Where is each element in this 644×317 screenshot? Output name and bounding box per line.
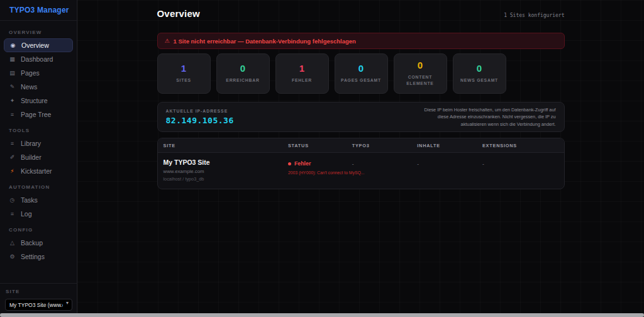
site-name: My TYPO3 Site xyxy=(164,158,288,166)
sidebar-item-label: Settings xyxy=(21,253,45,260)
bolt-icon: ⚡ xyxy=(9,168,16,174)
site-picker: SITE My TYPO3 Site (www.exam ▾ xyxy=(0,283,77,317)
sidebar-item-overview[interactable]: ◉ Overview xyxy=(4,38,73,52)
clock-icon: ◷ xyxy=(9,197,16,203)
stat-card-erreichbar: 0 ERREICHBAR xyxy=(216,53,270,94)
column-header-typo3: TYPO3 xyxy=(352,143,418,148)
stat-label: CONTENT ELEMENTE xyxy=(398,74,442,87)
table-body: My TYPO3 Site www.example.com localhost … xyxy=(158,153,564,189)
column-header-site: SITE xyxy=(164,143,288,148)
ip-label: AKTUELLE IP-ADRESSE xyxy=(166,109,234,113)
sidebar-item-log[interactable]: ≡ Log xyxy=(4,207,73,221)
site-cell: My TYPO3 Site www.example.com localhost … xyxy=(164,158,288,182)
stat-card-news-gesamt: 0 NEWS GESAMT xyxy=(453,53,506,94)
stat-label: NEWS GESAMT xyxy=(460,77,498,84)
stat-value: 0 xyxy=(477,64,482,73)
sidebar-section-label: CONFIG xyxy=(9,227,68,233)
sidebar-item-settings[interactable]: ⚙ Settings xyxy=(4,250,73,264)
stat-label: FEHLER xyxy=(292,77,312,84)
stat-card-fehler: 1 FEHLER xyxy=(275,53,329,94)
sidebar-section-label: OVERVIEW xyxy=(9,30,68,35)
dashboard-icon: ▦ xyxy=(9,56,16,62)
site-domain: www.example.com xyxy=(164,169,288,174)
sidebar-item-label: Dashboard xyxy=(21,55,53,63)
status-badge: Fehler xyxy=(294,160,311,167)
sidebar: TYPO3 Manager OVERVIEW ◉ Overview ▦ Dash… xyxy=(0,0,77,317)
status-cell: Fehler 2003 (HY000): Can't connect to My… xyxy=(288,158,352,182)
sidebar-item-label: Pages xyxy=(21,69,40,77)
sidebar-section-label: TOOLS xyxy=(9,128,68,133)
table-header-row: SITESTATUSTYPO3INHALTEEXTENSIONS xyxy=(158,138,564,153)
target-icon: ◉ xyxy=(9,42,16,48)
scrollbar-thumb[interactable] xyxy=(0,313,644,317)
sidebar-item-label: Page Tree xyxy=(21,111,51,118)
extensions-cell: - xyxy=(482,158,558,182)
sites-table: SITESTATUSTYPO3INHALTEEXTENSIONS My TYPO… xyxy=(157,138,565,189)
stat-label: ERREICHBAR xyxy=(226,77,259,84)
page-header: Overview 1 Sites konfiguriert xyxy=(157,8,565,19)
status-error-detail: 2003 (HY000): Can't connect to MySQ... xyxy=(288,170,352,175)
stat-label: PAGES GESAMT xyxy=(341,77,381,84)
backup-icon: △ xyxy=(9,240,16,246)
sidebar-item-backup[interactable]: △ Backup xyxy=(4,236,73,250)
page-title: Overview xyxy=(157,8,200,19)
pen-icon: ✎ xyxy=(9,84,16,90)
sidebar-item-label: News xyxy=(21,83,37,91)
stat-value: 0 xyxy=(418,60,423,70)
main-content: Overview 1 Sites konfiguriert ⚠ 1 Site n… xyxy=(77,0,644,317)
stat-value: 0 xyxy=(358,64,364,73)
sidebar-item-label: Overview xyxy=(21,42,49,49)
sidebar-section-label: AUTOMATION xyxy=(9,184,68,190)
tree-icon: ≡ xyxy=(9,111,16,118)
sidebar-item-kickstarter[interactable]: ⚡ Kickstarter xyxy=(4,164,73,178)
stat-value: 1 xyxy=(181,64,186,73)
sidebar-item-label: Backup xyxy=(21,239,43,247)
sidebar-item-builder[interactable]: ✐ Builder xyxy=(4,150,73,164)
sidebar-item-label: Structure xyxy=(21,97,48,104)
sidebar-item-label: Log xyxy=(21,210,32,218)
sidebar-item-dashboard[interactable]: ▦ Dashboard xyxy=(4,52,73,66)
library-icon: ≡ xyxy=(9,140,16,147)
horizontal-scrollbar[interactable] xyxy=(0,313,644,317)
ip-panel: AKTUELLE IP-ADRESSE 82.149.105.36 Diese … xyxy=(157,102,565,132)
inhalte-cell: - xyxy=(417,158,482,182)
stat-cards: 1 SITES 0 ERREICHBAR 1 FEHLER 0 PAGES GE… xyxy=(157,53,565,94)
stat-value: 1 xyxy=(299,64,304,73)
sidebar-item-page-tree[interactable]: ≡ Page Tree xyxy=(4,108,73,121)
sidebar-item-news[interactable]: ✎ News xyxy=(4,80,73,94)
stat-card-content-elemente: 0 CONTENT ELEMENTE xyxy=(394,53,447,94)
log-icon: ≡ xyxy=(9,211,16,217)
column-header-inhalte: INHALTE xyxy=(417,143,482,148)
ip-hint: Diese IP beim Hoster freischalten, um de… xyxy=(421,106,556,128)
table-row[interactable]: My TYPO3 Site www.example.com localhost … xyxy=(158,153,564,189)
site-select[interactable]: My TYPO3 Site (www.exam xyxy=(5,299,72,311)
status-dot-icon xyxy=(288,162,291,165)
error-alert-banner: ⚠ 1 Site nicht erreichbar — Datenbank-Ve… xyxy=(157,33,565,49)
sidebar-nav: OVERVIEW ◉ Overview ▦ Dashboard ▤ Pages … xyxy=(0,21,77,283)
column-header-status: STATUS xyxy=(288,143,352,148)
sidebar-item-structure[interactable]: ✦ Structure xyxy=(4,94,73,108)
site-database: localhost / typo3_db xyxy=(164,176,288,182)
alert-text: 1 Site nicht erreichbar — Datenbank-Verb… xyxy=(174,38,356,45)
warning-icon: ⚠ xyxy=(165,38,170,44)
stat-card-pages-gesamt: 0 PAGES GESAMT xyxy=(335,53,388,94)
site-label: SITE xyxy=(6,289,72,294)
sidebar-item-label: Builder xyxy=(21,153,42,161)
sidebar-item-library[interactable]: ≡ Library xyxy=(4,136,73,150)
gear-icon: ⚙ xyxy=(9,253,16,260)
typo3-cell: - xyxy=(352,158,418,182)
sites-configured-count: 1 Sites konfiguriert xyxy=(504,13,564,18)
column-header-extensions: EXTENSIONS xyxy=(482,143,558,148)
stat-label: SITES xyxy=(176,77,191,84)
ip-address: 82.149.105.36 xyxy=(166,116,234,125)
pencil-icon: ✐ xyxy=(9,154,16,160)
sidebar-item-label: Tasks xyxy=(21,196,38,204)
stat-value: 0 xyxy=(240,64,245,73)
sidebar-item-pages[interactable]: ▤ Pages xyxy=(4,66,73,80)
structure-icon: ✦ xyxy=(9,97,16,104)
sidebar-item-label: Kickstarter xyxy=(21,167,52,175)
sidebar-item-tasks[interactable]: ◷ Tasks xyxy=(4,193,73,207)
stat-card-sites: 1 SITES xyxy=(157,53,211,94)
app-title: TYPO3 Manager xyxy=(0,0,77,21)
sidebar-item-label: Library xyxy=(21,140,41,147)
